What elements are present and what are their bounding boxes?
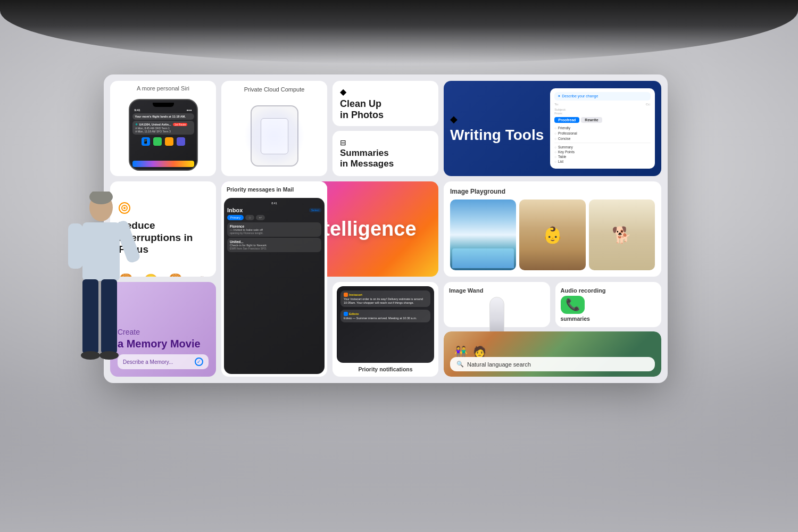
- right-leg: [101, 279, 117, 354]
- primary-tab[interactable]: Primary: [227, 215, 244, 220]
- writing-diamond-icon: ◆: [450, 113, 544, 125]
- writing-inner: ◆ Writing Tools ✦ Describe your change T…: [444, 81, 661, 176]
- card-audio-recording: Audio recording 📞 summaries: [555, 282, 662, 327]
- cloud-glow: [244, 105, 305, 167]
- private-cloud-title: Private Cloud Compute: [221, 81, 327, 96]
- writing-options: Friendly Professional Concise: [554, 126, 651, 141]
- priority-mail-phone: 8:41 Inbox Select Primary ☆ ↩ Florence: [224, 198, 325, 374]
- playground-img-mountain: [450, 200, 516, 270]
- priority-mail-header: Priority messages in Mail: [221, 181, 327, 195]
- priority-mail-inner: Priority messages in Mail 8:41 Inbox Sel…: [221, 181, 327, 377]
- opt-professional: Professional: [554, 131, 651, 136]
- from-row: From:: [554, 112, 651, 115]
- rewrite-btn[interactable]: Rewrite: [581, 117, 602, 123]
- pm-mail-united: United... Check-in for flight to Newark …: [227, 238, 321, 252]
- priority-notif-label: Priority notifications: [337, 366, 434, 372]
- siri-glow: [132, 161, 194, 167]
- writing-main-title: Writing Tools: [450, 127, 544, 144]
- cc-label: Cc:: [646, 103, 651, 106]
- feat-keypoints: Key Points: [554, 149, 651, 154]
- phone-notch: [153, 103, 174, 107]
- person-emoji: 🧑: [473, 345, 486, 358]
- bottom-right-section: Image Wand Audio recording 📞 summaries: [444, 282, 661, 377]
- memory-checkmark: ✓: [195, 358, 203, 366]
- siri-card-title: A more personal Siri: [110, 81, 216, 94]
- cleanup-title: Clean Upin Photos: [340, 98, 431, 120]
- image-wand-title: Image Wand: [449, 287, 545, 294]
- left-shoe: [81, 351, 100, 360]
- audio-phone-icon: 📞: [561, 296, 585, 314]
- search-magnifier-icon: 🔍: [456, 361, 464, 368]
- floor-area: [0, 383, 798, 532]
- writing-features: Summary Key Points Table List: [554, 143, 651, 164]
- summaries-inner: ⊟ Summariesin Messages: [332, 131, 438, 176]
- feat-list: List: [554, 159, 651, 164]
- image-playground-images: 👶 🐕: [450, 200, 655, 270]
- pm-mail-florence: Florence — Invited to bake sale off open…: [227, 222, 321, 237]
- star-tab[interactable]: ☆: [245, 215, 254, 220]
- opt-friendly: Friendly: [554, 126, 651, 130]
- card-priority-mail: Priority messages in Mail 8:41 Inbox Sel…: [221, 181, 327, 377]
- card-writing-tools: ◆ Writing Tools ✦ Describe your change T…: [444, 81, 661, 176]
- writing-left: ◆ Writing Tools: [450, 88, 544, 169]
- summaries-icon: ⊟: [340, 138, 431, 147]
- card-siri: A more personal Siri 9:41 ●●● Your mom's…: [110, 81, 216, 176]
- summaries-title: Summariesin Messages: [340, 148, 431, 169]
- playground-img-dog: 🐕: [589, 200, 655, 270]
- presenter-person: [53, 170, 149, 394]
- phone-time: 9:41: [135, 109, 140, 112]
- card-priority-notif: Instacart Your Instacart order is on its…: [332, 282, 438, 377]
- card-image-wand: Image Wand: [444, 282, 550, 327]
- describe-icon: ✦: [558, 94, 561, 98]
- instacart-icon: [344, 293, 348, 297]
- pm-tabs: Primary ☆ ↩: [227, 215, 321, 220]
- describe-change-label: ✦ Describe your change: [554, 92, 651, 101]
- board-inner: A more personal Siri 9:41 ●●● Your mom's…: [110, 81, 254, 174]
- audio-subtitle: summaries: [561, 315, 656, 322]
- ceiling: [0, 0, 798, 64]
- cleanup-icon: ◆: [340, 87, 431, 97]
- pm-inbox-header: Inbox Select: [227, 207, 321, 213]
- writing-buttons: Proofread Rewrite: [554, 117, 651, 123]
- card-private-cloud: Private Cloud Compute: [221, 81, 327, 176]
- select-btn[interactable]: Select: [309, 208, 321, 212]
- playground-img-baby: 👶: [519, 200, 585, 270]
- stage-background: A more personal Siri 9:41 ●●● Your mom's…: [0, 0, 798, 532]
- right-shoe: [99, 351, 119, 360]
- feat-table: Table: [554, 154, 651, 159]
- email-to-row: To: Cc:: [554, 103, 651, 106]
- left-arm: [68, 223, 83, 269]
- presentation-board: A more personal Siri 9:41 ●●● Your mom's…: [104, 74, 668, 383]
- br-top-row: Image Wand Audio recording 📞 summaries: [444, 282, 661, 327]
- siri-phone-mockup: 9:41 ●●● Your mom's flight lands at 11:1…: [129, 99, 198, 171]
- subject-row: Subject:: [554, 108, 651, 111]
- siri-msg-2: ✈ UA1304, United Airlin... 1st Route ⟳ M…: [132, 121, 194, 135]
- opt-concise: Concise: [554, 136, 651, 141]
- shirt: [82, 222, 120, 281]
- audio-title: Audio recording: [561, 287, 656, 294]
- notif-app-name: Instacart: [344, 293, 427, 297]
- priority-notif-phone: Instacart Your Instacart order is on its…: [337, 286, 434, 363]
- cleanup-inner: ◆ Clean Upin Photos: [332, 81, 438, 126]
- private-cloud-device-wrap: [221, 96, 327, 176]
- edisto-icon: [344, 312, 348, 316]
- writing-panel: ✦ Describe your change To: Cc: Subject: …: [550, 88, 655, 169]
- natural-language-text: Natural language search: [467, 361, 531, 368]
- genmoji-emoji-item: 🦔: [189, 273, 212, 277]
- card-natural-language-search: 👫 🧑 🔍 Natural language search: [444, 331, 661, 377]
- image-playground-title: Image Playground: [450, 188, 655, 195]
- phone-app-icons: 📱: [142, 137, 185, 146]
- card-image-playground: Image Playground 👶 🐕: [444, 181, 661, 277]
- inbox-title: Inbox: [227, 207, 243, 213]
- reply-tab[interactable]: ↩: [256, 215, 265, 220]
- feat-summary: Summary: [554, 145, 651, 149]
- to-label: To:: [554, 103, 559, 106]
- proofread-btn[interactable]: Proofread: [554, 117, 579, 123]
- image-wand-visual: [449, 297, 545, 337]
- left-leg: [82, 279, 98, 354]
- priority-notif-inner: Instacart Your Instacart order is on its…: [332, 282, 438, 377]
- siri-phone-container: 9:41 ●●● Your mom's flight lands at 11:1…: [110, 94, 216, 176]
- phone-signal: ●●●: [187, 109, 192, 112]
- natural-language-searchbox[interactable]: 🔍 Natural language search: [450, 357, 655, 371]
- card-summaries-messages: ⊟ Summariesin Messages: [332, 131, 438, 176]
